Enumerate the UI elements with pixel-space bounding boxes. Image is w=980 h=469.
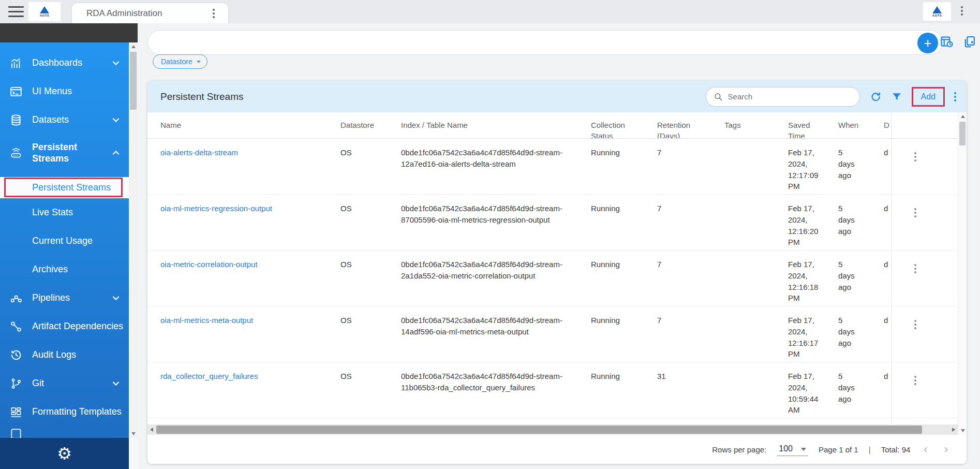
scroll-right-icon[interactable] <box>949 424 958 435</box>
refresh-icon[interactable] <box>869 91 882 103</box>
sidebar-subitem-label: Archives <box>32 264 68 275</box>
add-button[interactable]: Add <box>921 92 936 101</box>
horizontal-scrollbar[interactable] <box>147 424 958 435</box>
sidebar-item-label: Datasets <box>32 114 110 126</box>
sidebar-item-persistent-streams[interactable]: Persistent Streams <box>0 134 129 171</box>
cell-tags <box>724 195 788 250</box>
column-header-saved-time[interactable]: Saved Time <box>788 112 838 138</box>
column-header-tags[interactable]: Tags <box>724 112 788 138</box>
scroll-up-icon[interactable] <box>958 112 967 121</box>
sidebar-item-partial[interactable] <box>0 426 129 438</box>
stream-name-link[interactable]: oia-alerts-delta-stream <box>160 148 238 157</box>
sidebar: Dashboards UI Menus Datasets <box>0 23 138 469</box>
sidebar-item-label: Git <box>32 377 110 389</box>
cell-tags <box>724 139 788 194</box>
chevron-down-icon <box>197 61 201 63</box>
scroll-up-icon[interactable] <box>129 42 138 51</box>
tab-rda-administration[interactable]: RDA Administration <box>72 3 228 23</box>
horizontal-scrollbar-thumb[interactable] <box>156 426 922 434</box>
sidebar-item-ui-menus[interactable]: UI Menus <box>0 77 129 106</box>
sidebar-subitem-persistent-streams[interactable]: Persistent Streams <box>0 177 129 198</box>
brand-logo-mark-icon <box>40 6 49 13</box>
settings-gear-icon[interactable]: ⚙ <box>57 445 72 462</box>
sidebar-item-datasets[interactable]: Datasets <box>0 106 129 134</box>
vertical-scrollbar[interactable] <box>958 112 967 435</box>
next-page-button[interactable]: › <box>941 444 951 455</box>
copy-page-icon[interactable] <box>962 35 977 49</box>
table-row[interactable]: oia-ml-metrics-regression-output OS 0bde… <box>147 195 958 251</box>
column-header-d[interactable]: D <box>884 112 891 138</box>
stream-name-link[interactable]: oia-metric-correlation-output <box>160 260 258 269</box>
app-window: AOTS RDA Administration AOTS Dashboards <box>0 0 980 469</box>
sidebar-scrollbar-thumb[interactable] <box>130 52 137 110</box>
rows-per-page-select[interactable]: 100 <box>777 443 808 456</box>
cell-retention: 7 <box>657 195 724 250</box>
row-actions-kebab-icon[interactable] <box>914 152 916 162</box>
brand-logo-text: AOTS <box>932 14 942 17</box>
row-actions-kebab-icon[interactable] <box>914 376 916 385</box>
cell-d: d <box>884 139 891 194</box>
sidebar-item-git[interactable]: Git <box>0 369 129 398</box>
table-row[interactable]: rda_collector_query_failures OS 0bde1fc0… <box>147 362 958 418</box>
stream-name-link[interactable]: rda_collector_query_failures <box>160 372 258 380</box>
table-row[interactable]: oia-alerts-delta-stream OS 0bde1fc06a754… <box>147 139 958 195</box>
column-header-when[interactable]: When <box>838 112 884 138</box>
add-query-button[interactable]: + <box>917 33 938 53</box>
hamburger-menu-icon[interactable] <box>8 6 24 17</box>
git-branch-icon <box>9 377 23 390</box>
tab-kebab-icon[interactable] <box>213 9 215 18</box>
table-row[interactable]: oia-ml-metrics-meta-output OS 0bde1fc06a… <box>147 306 958 362</box>
tab-title: RDA Administration <box>86 8 162 19</box>
table-row[interactable]: oia-metric-correlation-output OS 0bde1fc… <box>147 251 958 306</box>
cell-when: 5 days ago <box>838 362 884 418</box>
column-header-retention[interactable]: Retention (Days) <box>657 112 724 138</box>
table-search-input[interactable] <box>728 92 837 101</box>
vertical-scrollbar-thumb[interactable] <box>959 122 966 145</box>
scroll-down-icon[interactable] <box>958 427 967 435</box>
stream-name-link[interactable]: oia-ml-metrics-regression-output <box>160 204 272 213</box>
brand-logo-right: AOTS <box>923 2 951 21</box>
previous-page-button[interactable]: ‹ <box>920 444 930 455</box>
stream-name-link[interactable]: oia-ml-metrics-meta-output <box>160 316 253 325</box>
cell-retention: 31 <box>657 362 724 418</box>
sidebar-subitem-archives[interactable]: Archives <box>0 255 129 284</box>
panel-kebab-icon[interactable] <box>954 92 956 101</box>
table-row-partial[interactable]: formatting-validation-audit OS 0bde1fc06… <box>147 418 958 424</box>
cell-when: 5 days ago <box>838 418 884 424</box>
cell-retention: 7 <box>657 139 724 194</box>
sidebar-scrollbar[interactable] <box>129 42 138 438</box>
cell-index: 0bde1fc06a7542c3a6a4c47d85f64d9d- <box>401 418 591 424</box>
sidebar-subitem-label: Persistent Streams <box>32 182 111 193</box>
row-actions-kebab-icon[interactable] <box>914 264 916 273</box>
column-header-actions <box>891 112 958 138</box>
column-header-collection-status[interactable]: Collection Status <box>591 112 657 138</box>
cell-when: 5 days ago <box>838 306 884 362</box>
topbar-kebab-icon[interactable] <box>961 6 963 16</box>
search-icon <box>714 92 723 101</box>
datastore-filter-chip[interactable]: Datastore <box>153 54 207 69</box>
query-bar: + <box>147 30 943 55</box>
linked-nodes-icon <box>9 320 23 333</box>
cell-saved-time: Feb 17, 2024, 12:16:17 PM <box>788 306 838 362</box>
sidebar-item-pipelines[interactable]: Pipelines <box>0 284 129 312</box>
row-actions-kebab-icon[interactable] <box>914 208 916 217</box>
layout-grid-icon <box>9 405 23 419</box>
sidebar-item-dashboards[interactable]: Dashboards <box>0 49 129 77</box>
sidebar-item-formatting-templates[interactable]: Formatting Templates <box>0 398 129 426</box>
sidebar-item-audit-logs[interactable]: Audit Logs <box>0 341 129 369</box>
column-header-name[interactable]: Name <box>147 112 340 138</box>
filter-icon[interactable] <box>891 91 902 102</box>
row-actions-kebab-icon[interactable] <box>914 320 916 329</box>
scroll-left-icon[interactable] <box>147 424 156 435</box>
query-history-icon[interactable] <box>940 35 954 49</box>
cell-datastore: OS <box>340 195 401 250</box>
sidebar-subitem-live-stats[interactable]: Live Stats <box>0 198 129 227</box>
column-header-index[interactable]: Index / Table Name <box>401 112 591 138</box>
sidebar-subitem-current-usage[interactable]: Current Usage <box>0 227 129 255</box>
cell-datastore: OS <box>340 418 401 424</box>
scroll-down-icon[interactable] <box>129 430 138 438</box>
query-input[interactable] <box>160 38 942 47</box>
column-header-datastore[interactable]: Datastore <box>340 112 401 138</box>
cell-saved-time: Feb 17, 2024, 12:16:18 PM <box>788 251 838 306</box>
sidebar-item-artifact-dependencies[interactable]: Artifact Dependencies <box>0 312 129 341</box>
